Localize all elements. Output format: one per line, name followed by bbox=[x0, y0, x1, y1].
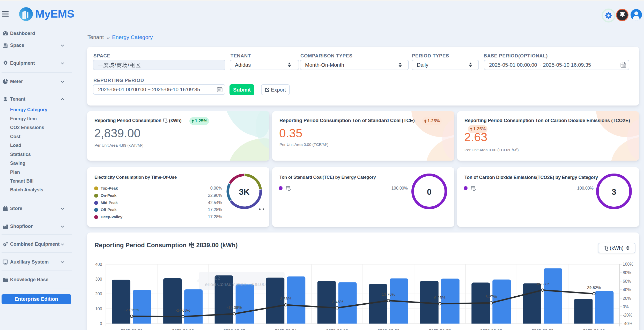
svg-text:eriod Consumption - 308.00: eriod Consumption - 308.00 bbox=[205, 282, 265, 287]
svg-text:0: 0 bbox=[100, 321, 102, 326]
svg-text:2025-06-01: 2025-06-01 bbox=[121, 328, 142, 330]
svg-text:0%: 0% bbox=[623, 305, 629, 309]
svg-text:8.27%: 8.27% bbox=[485, 294, 497, 299]
svg-text:3.56%: 3.56% bbox=[280, 296, 291, 301]
svg-text:400: 400 bbox=[95, 262, 102, 267]
svg-text:29.82%: 29.82% bbox=[587, 285, 601, 290]
svg-text:2025-06-10: 2025-06-10 bbox=[583, 328, 605, 330]
svg-text:300: 300 bbox=[95, 277, 102, 281]
svg-text:13.70%: 13.70% bbox=[382, 292, 395, 296]
svg-text:2025-06-02: 2025-06-02 bbox=[172, 328, 194, 330]
svg-text:2025-06-09: 2025-06-09 bbox=[532, 328, 553, 330]
svg-text:-3.46%: -3.46% bbox=[331, 299, 343, 304]
svg-text:100%: 100% bbox=[623, 262, 633, 266]
svg-text:38.38%: 38.38% bbox=[536, 282, 550, 286]
svg-text:60%: 60% bbox=[623, 279, 631, 283]
svg-text:-17.39%: -17.39% bbox=[227, 305, 242, 310]
svg-text:2025-06-07: 2025-06-07 bbox=[429, 328, 451, 330]
svg-text:80%: 80% bbox=[623, 271, 631, 275]
svg-text:-20%: -20% bbox=[623, 313, 632, 317]
svg-text:02: 02 bbox=[215, 275, 220, 281]
svg-text:2025-06-04: 2025-06-04 bbox=[275, 328, 297, 330]
svg-text:40%: 40% bbox=[623, 288, 631, 292]
svg-text:200: 200 bbox=[95, 292, 102, 296]
svg-text:100: 100 bbox=[95, 307, 102, 311]
svg-text:2025-06-05: 2025-06-05 bbox=[326, 328, 348, 330]
svg-text:-40%: -40% bbox=[623, 321, 632, 326]
svg-text:6.25%: 6.25% bbox=[434, 295, 446, 300]
svg-text:20%: 20% bbox=[623, 296, 631, 301]
svg-text:2025-06-08: 2025-06-08 bbox=[480, 328, 502, 330]
svg-text:2025-06-06: 2025-06-06 bbox=[377, 328, 399, 330]
svg-text:-23.15%: -23.15% bbox=[124, 308, 139, 312]
svg-text:-24.03%: -24.03% bbox=[175, 308, 190, 312]
svg-text:2025-06-03: 2025-06-03 bbox=[223, 328, 245, 330]
